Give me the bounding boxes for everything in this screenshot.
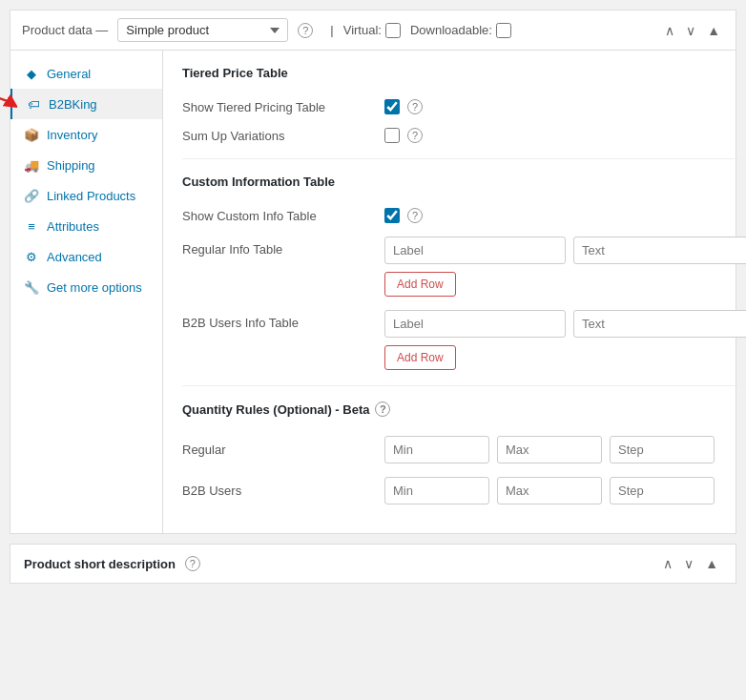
regular-info-table-row: Regular Info Table Add Row	[182, 237, 746, 297]
b2b-users-info-controls: Add Row	[384, 310, 746, 370]
regular-qty-inputs	[384, 436, 715, 463]
sum-up-variations-label: Sum Up Variations	[182, 129, 373, 143]
product-type-select[interactable]: Simple product Variable product Grouped …	[117, 18, 288, 42]
help-icon[interactable]: ?	[298, 23, 313, 38]
show-custom-info-label: Show Custom Info Table	[182, 209, 373, 223]
regular-max-input[interactable]	[497, 436, 602, 463]
regular-add-row-button[interactable]: Add Row	[384, 272, 456, 297]
wrench-icon: 🔧	[24, 279, 39, 295]
b2b-users-info-table-row: B2B Users Info Table Add Row	[182, 310, 746, 370]
show-tiered-pricing-label: Show Tiered Pricing Table	[182, 100, 373, 114]
show-custom-info-row: Show Custom Info Table ?	[182, 208, 746, 223]
custom-info-title: Custom Information Table	[182, 175, 746, 195]
red-arrow-annotation	[0, 90, 17, 118]
regular-qty-row: Regular	[182, 436, 746, 463]
downloadable-checkbox[interactable]	[496, 23, 511, 38]
header-controls: ∧ ∨ ▲	[661, 21, 724, 40]
show-custom-info-control: ?	[384, 208, 423, 223]
bottom-collapse-down-button[interactable]: ∨	[680, 554, 697, 573]
b2b-users-info-label-input[interactable]	[384, 310, 566, 338]
sidebar-item-label: Linked Products	[47, 189, 135, 203]
regular-info-inputs	[384, 237, 746, 264]
sum-up-variations-control: ?	[384, 128, 423, 143]
downloadable-label: Downloadable:	[410, 23, 492, 37]
sum-up-variations-checkbox[interactable]	[384, 128, 400, 143]
panel-body: ◆ General 🏷 B2BKing 📦 Invento	[10, 51, 736, 533]
main-content: Tiered Price Table Show Tiered Pricing T…	[163, 51, 746, 533]
tag-icon: 🏷	[26, 96, 41, 112]
panel-header: Product data — Simple product Variable p…	[10, 10, 736, 51]
show-tiered-pricing-checkbox[interactable]	[384, 99, 400, 114]
divider-line: |	[330, 23, 333, 37]
quantity-rules-title-row: Quantity Rules (Optional) - Beta ?	[182, 401, 746, 422]
quantity-rules-help-icon[interactable]: ?	[375, 401, 390, 417]
box-icon: 📦	[24, 127, 39, 142]
show-tiered-pricing-row: Show Tiered Pricing Table ?	[182, 99, 746, 114]
diamond-icon: ◆	[24, 66, 39, 81]
show-custom-info-checkbox[interactable]	[384, 208, 400, 223]
quantity-rules-section: Quantity Rules (Optional) - Beta ? Regul…	[182, 401, 746, 504]
bottom-panel-help-icon[interactable]: ?	[185, 556, 200, 571]
b2b-step-input[interactable]	[610, 477, 715, 504]
b2b-users-add-row-button[interactable]: Add Row	[384, 345, 456, 370]
show-tiered-pricing-control: ?	[384, 99, 423, 114]
b2b-users-info-inputs	[384, 310, 746, 338]
b2b-users-info-text-input[interactable]	[573, 310, 746, 338]
sidebar-item-label: Attributes	[47, 219, 99, 234]
sidebar-item-label: Shipping	[47, 158, 95, 173]
bottom-collapse-up-button[interactable]: ∧	[659, 554, 676, 573]
tiered-price-title: Tiered Price Table	[182, 66, 746, 86]
regular-info-label-input[interactable]	[384, 237, 566, 264]
sidebar-item-attributes[interactable]: ≡ Attributes	[10, 211, 162, 241]
sidebar-item-shipping[interactable]: 🚚 Shipping	[10, 150, 162, 180]
sidebar-item-linked-products[interactable]: 🔗 Linked Products	[10, 180, 162, 211]
sidebar: ◆ General 🏷 B2BKing 📦 Invento	[10, 51, 163, 533]
list-icon: ≡	[24, 218, 39, 234]
quantity-rules-title: Quantity Rules (Optional) - Beta	[182, 402, 369, 417]
sidebar-item-label: Advanced	[47, 250, 102, 264]
b2b-min-input[interactable]	[384, 477, 489, 504]
sidebar-item-label: B2BKing	[49, 97, 97, 112]
regular-info-controls: Add Row	[384, 237, 746, 297]
custom-info-section: Custom Information Table Show Custom Inf…	[182, 175, 746, 370]
virtual-label: Virtual:	[343, 23, 382, 37]
divider-2	[182, 385, 746, 386]
downloadable-section: Downloadable:	[410, 23, 511, 38]
regular-qty-label: Regular	[182, 443, 373, 457]
link-icon: 🔗	[24, 188, 39, 203]
sidebar-item-label: General	[47, 67, 91, 81]
regular-info-text-input[interactable]	[573, 237, 746, 264]
b2b-users-info-label: B2B Users Info Table	[182, 310, 373, 330]
regular-min-input[interactable]	[384, 436, 489, 463]
sidebar-item-inventory[interactable]: 📦 Inventory	[10, 119, 162, 150]
bottom-panel-controls: ∧ ∨ ▲	[659, 554, 722, 573]
truck-icon: 🚚	[24, 157, 39, 173]
divider-1	[182, 158, 746, 159]
collapse-down-button[interactable]: ∨	[682, 21, 699, 40]
virtual-section: Virtual:	[343, 23, 401, 38]
b2b-qty-label: B2B Users	[182, 484, 373, 498]
bottom-panel: Product short description ? ∧ ∨ ▲	[10, 544, 736, 584]
virtual-checkbox[interactable]	[385, 23, 401, 38]
regular-step-input[interactable]	[610, 436, 715, 463]
sum-up-variations-row: Sum Up Variations ?	[182, 128, 746, 143]
sidebar-item-get-more-options[interactable]: 🔧 Get more options	[10, 272, 162, 302]
sidebar-item-general[interactable]: ◆ General	[10, 58, 162, 89]
tiered-price-section: Tiered Price Table Show Tiered Pricing T…	[182, 66, 746, 143]
bottom-panel-title: Product short description	[24, 557, 176, 571]
bottom-collapse-button[interactable]: ▲	[701, 554, 722, 573]
sum-up-help-icon[interactable]: ?	[407, 128, 423, 143]
sidebar-item-label: Get more options	[47, 280, 142, 295]
gear-icon: ⚙	[24, 249, 39, 264]
custom-info-help-icon[interactable]: ?	[407, 208, 423, 223]
sidebar-item-b2bking[interactable]: 🏷 B2BKing	[10, 89, 162, 119]
tiered-help-icon[interactable]: ?	[407, 99, 423, 114]
b2b-qty-row: B2B Users	[182, 477, 746, 504]
b2b-max-input[interactable]	[497, 477, 602, 504]
collapse-up-button[interactable]: ∧	[661, 21, 678, 40]
sidebar-item-advanced[interactable]: ⚙ Advanced	[10, 241, 162, 272]
b2b-qty-inputs	[384, 477, 715, 504]
product-data-panel: Product data — Simple product Variable p…	[10, 10, 736, 534]
collapse-button[interactable]: ▲	[703, 21, 724, 40]
sidebar-item-label: Inventory	[47, 128, 97, 142]
